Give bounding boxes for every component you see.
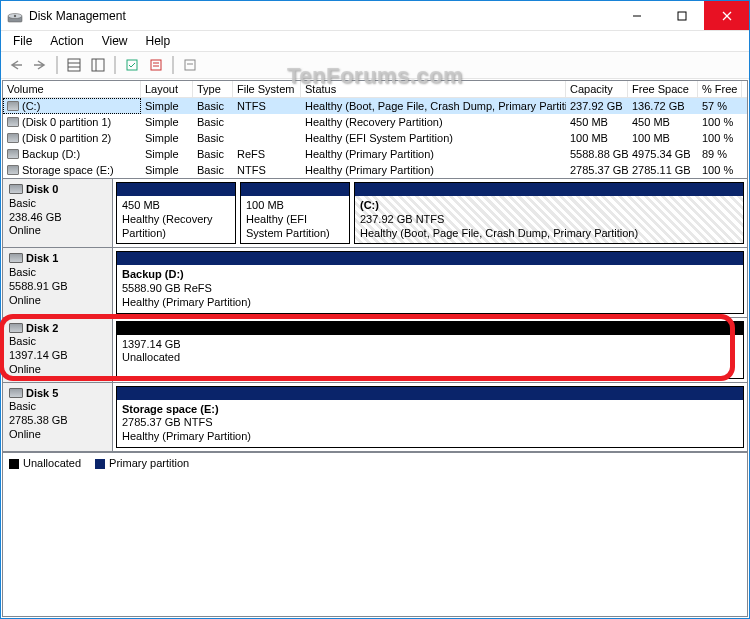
- disk-partitions: 450 MBHealthy (Recovery Partition)100 MB…: [113, 179, 747, 247]
- volume-fs: ReFS: [233, 146, 301, 162]
- volume-row[interactable]: Storage space (E:)SimpleBasicNTFSHealthy…: [3, 162, 747, 178]
- disk-info[interactable]: Disk 2Basic1397.14 GBOnline: [3, 318, 113, 382]
- col-volume[interactable]: Volume: [3, 81, 141, 97]
- close-button[interactable]: [704, 1, 749, 30]
- volume-fs: NTFS: [233, 162, 301, 178]
- help-button[interactable]: [179, 54, 201, 76]
- view-button-1[interactable]: [63, 54, 85, 76]
- disk-info[interactable]: Disk 1Basic5588.91 GBOnline: [3, 248, 113, 316]
- partition-size: 1397.14 GB: [122, 338, 738, 352]
- volume-pctfree: 100 %: [698, 130, 742, 146]
- svg-rect-16: [185, 60, 195, 70]
- volume-list-header[interactable]: Volume Layout Type File System Status Ca…: [3, 81, 747, 98]
- volume-fs: [233, 130, 301, 146]
- volume-row[interactable]: Backup (D:)SimpleBasicReFSHealthy (Prima…: [3, 146, 747, 162]
- refresh-button[interactable]: [121, 54, 143, 76]
- disk-row[interactable]: Disk 1Basic5588.91 GBOnlineBackup (D:)55…: [3, 248, 747, 317]
- disk-size: 2785.38 GB: [9, 414, 106, 428]
- partition-box[interactable]: Storage space (E:)2785.37 GB NTFSHealthy…: [116, 386, 744, 448]
- svg-rect-10: [92, 59, 104, 71]
- partition-stripe: [117, 183, 235, 196]
- volume-pctfree: 100 %: [698, 162, 742, 178]
- disk-info[interactable]: Disk 5Basic2785.38 GBOnline: [3, 383, 113, 451]
- volume-type: Basic: [193, 130, 233, 146]
- col-capacity[interactable]: Capacity: [566, 81, 628, 97]
- volume-icon: [7, 133, 19, 143]
- disk-type: Basic: [9, 197, 106, 211]
- volume-icon: [7, 117, 19, 127]
- disk-size: 238.46 GB: [9, 211, 106, 225]
- volume-type: Basic: [193, 146, 233, 162]
- volume-fs: NTFS: [233, 98, 301, 114]
- col-filesystem[interactable]: File System: [233, 81, 301, 97]
- disk-icon: [9, 388, 23, 398]
- view-button-2[interactable]: [87, 54, 109, 76]
- partition-box[interactable]: Backup (D:)5588.90 GB ReFSHealthy (Prima…: [116, 251, 744, 313]
- disk-size: 5588.91 GB: [9, 280, 106, 294]
- volume-capacity: 450 MB: [566, 114, 628, 130]
- app-icon: [7, 8, 23, 24]
- volume-row[interactable]: (Disk 0 partition 2)SimpleBasicHealthy (…: [3, 130, 747, 146]
- menu-file[interactable]: File: [5, 32, 40, 50]
- col-layout[interactable]: Layout: [141, 81, 193, 97]
- volume-fs: [233, 114, 301, 130]
- partition-stripe: [117, 322, 743, 335]
- legend-label-unallocated: Unallocated: [23, 457, 81, 469]
- disk-name: Disk 5: [26, 387, 58, 399]
- volume-layout: Simple: [141, 98, 193, 114]
- volume-free: 4975.34 GB: [628, 146, 698, 162]
- partition-status: Unallocated: [122, 351, 738, 365]
- properties-button[interactable]: [145, 54, 167, 76]
- disk-info[interactable]: Disk 0Basic238.46 GBOnline: [3, 179, 113, 247]
- titlebar[interactable]: Disk Management: [1, 1, 749, 31]
- disk-row[interactable]: Disk 2Basic1397.14 GBOnline1397.14 GBUna…: [3, 318, 747, 383]
- disk-graphical-view[interactable]: Disk 0Basic238.46 GBOnline450 MBHealthy …: [2, 179, 748, 617]
- partition-box[interactable]: 450 MBHealthy (Recovery Partition): [116, 182, 236, 244]
- legend: Unallocated Primary partition: [3, 452, 747, 474]
- disk-state: Online: [9, 428, 106, 442]
- minimize-button[interactable]: [614, 1, 659, 30]
- disk-partitions: Backup (D:)5588.90 GB ReFSHealthy (Prima…: [113, 248, 747, 316]
- partition-size: 5588.90 GB ReFS: [122, 282, 738, 296]
- disk-type: Basic: [9, 400, 106, 414]
- disk-type: Basic: [9, 335, 106, 349]
- disk-state: Online: [9, 224, 106, 238]
- volume-row[interactable]: (Disk 0 partition 1)SimpleBasicHealthy (…: [3, 114, 747, 130]
- back-button[interactable]: [5, 54, 27, 76]
- disk-icon: [9, 323, 23, 333]
- col-pctfree[interactable]: % Free: [698, 81, 742, 97]
- volume-status: Healthy (Primary Partition): [301, 146, 566, 162]
- menu-action[interactable]: Action: [42, 32, 91, 50]
- partition-size: 2785.37 GB NTFS: [122, 416, 738, 430]
- partition-box[interactable]: (C:)237.92 GB NTFSHealthy (Boot, Page Fi…: [354, 182, 744, 244]
- volume-row[interactable]: (C:)SimpleBasicNTFSHealthy (Boot, Page F…: [3, 98, 747, 114]
- partition-stripe: [241, 183, 349, 196]
- menu-help[interactable]: Help: [138, 32, 179, 50]
- volume-status: Healthy (EFI System Partition): [301, 130, 566, 146]
- volume-name: (Disk 0 partition 2): [22, 132, 111, 144]
- maximize-button[interactable]: [659, 1, 704, 30]
- disk-name: Disk 0: [26, 183, 58, 195]
- partition-box[interactable]: 100 MBHealthy (EFI System Partition): [240, 182, 350, 244]
- col-status[interactable]: Status: [301, 81, 566, 97]
- col-type[interactable]: Type: [193, 81, 233, 97]
- partition-box[interactable]: 1397.14 GBUnallocated: [116, 321, 744, 379]
- partition-status: Healthy (Primary Partition): [122, 430, 738, 444]
- disk-icon: [9, 253, 23, 263]
- legend-label-primary: Primary partition: [109, 457, 189, 469]
- toolbar-separator: [56, 56, 58, 74]
- disk-row[interactable]: Disk 5Basic2785.38 GBOnlineStorage space…: [3, 383, 747, 452]
- partition-label: (C:): [360, 199, 738, 213]
- menu-view[interactable]: View: [94, 32, 136, 50]
- col-freespace[interactable]: Free Space: [628, 81, 698, 97]
- disk-row[interactable]: Disk 0Basic238.46 GBOnline450 MBHealthy …: [3, 179, 747, 248]
- volume-free: 2785.11 GB: [628, 162, 698, 178]
- volume-status: Healthy (Primary Partition): [301, 162, 566, 178]
- volume-status: Healthy (Recovery Partition): [301, 114, 566, 130]
- volume-layout: Simple: [141, 114, 193, 130]
- partition-status: Healthy (Recovery Partition): [122, 213, 230, 241]
- forward-button[interactable]: [29, 54, 51, 76]
- volume-list[interactable]: Volume Layout Type File System Status Ca…: [2, 80, 748, 179]
- legend-swatch-unallocated: [9, 459, 19, 469]
- volume-pctfree: 57 %: [698, 98, 742, 114]
